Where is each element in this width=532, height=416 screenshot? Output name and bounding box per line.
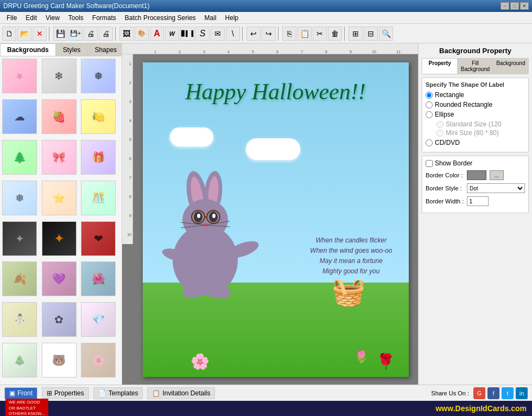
menu-help[interactable]: Help [221,13,243,23]
toolbar-signature[interactable]: S [195,27,210,41]
toolbar-shape[interactable]: ✉ [211,27,225,41]
toolbar-print[interactable]: 🖨 [99,27,113,41]
radio-cddvd-input[interactable] [426,139,433,146]
toolbar-save[interactable]: 💾 [53,27,67,41]
border-color-picker[interactable]: ... [490,170,504,180]
toolbar-text[interactable]: A [150,27,164,41]
bg-thumb-18[interactable]: 🌺 [81,261,116,296]
toolbar-cut[interactable]: ✂ [313,27,327,41]
prop-tab-fill[interactable]: Fill Background [458,59,493,74]
bg-thumb-20[interactable]: ✿ [42,302,77,337]
bg-thumb-2[interactable]: ❄ [42,59,77,93]
bg-thumb-9[interactable]: 🎁 [81,140,116,175]
show-border-checkbox[interactable] [426,160,433,167]
minimize-button[interactable]: – [501,2,509,10]
sub-mini-input[interactable] [436,130,444,137]
bg-thumb-6[interactable]: 🍋 [81,99,116,134]
toolbar-delete[interactable]: 🗑 [328,27,342,41]
close-button[interactable]: ✕ [520,2,529,10]
bg-thumb-1[interactable]: 🌸 [2,59,37,93]
show-border-row[interactable]: Show Border [426,159,525,167]
templates-button[interactable]: 📄 Templates [93,387,143,399]
bg-thumb-19[interactable]: ⛄ [2,302,37,337]
menu-edit[interactable]: Edit [21,13,41,23]
social-twitter[interactable]: t [502,387,514,399]
bg-thumb-7[interactable]: 🌲 [2,140,37,175]
radio-rectangle[interactable]: Rectangle [426,91,525,99]
toolbar-print-preview[interactable]: 🖨 [84,27,98,41]
brand-url[interactable]: www.DesignIdCards.com [435,404,527,413]
tab-backgrounds[interactable]: Backgrounds [0,43,56,56]
prop-tab-property[interactable]: Property [422,59,458,74]
radio-cddvd[interactable]: CD/DVD [426,139,525,146]
menu-formats[interactable]: Formats [88,13,121,23]
border-style-select[interactable]: Dot Solid Dash [467,183,525,193]
sub-mini-label: Mini Size (80 * 80) [446,129,499,137]
greeting-card[interactable]: Happy Halloween!! When the candles flick… [143,62,409,377]
toolbar-redo[interactable]: ↪ [262,27,276,41]
tab-shapes[interactable]: Shapes [87,43,124,56]
radio-rounded-input[interactable] [426,101,433,108]
bg-thumb-22[interactable]: 🎄 [2,343,37,377]
sub-standard[interactable]: Standard Size (120 [436,120,525,128]
menu-batch[interactable]: Batch Processing Series [121,13,200,23]
bg-thumb-24[interactable]: 🌸 [81,343,116,377]
bg-thumb-3[interactable]: ❅ [81,59,116,93]
radio-ellipse[interactable]: Ellipse [426,111,525,118]
toolbar-image[interactable]: 🖼 [119,27,134,41]
ruler-mark: 10 [353,50,377,54]
bg-thumb-8[interactable]: 🎀 [42,140,77,175]
bg-thumb-14[interactable]: ✦ [42,221,77,256]
tab-styles[interactable]: Styles [56,43,88,56]
bg-thumb-4[interactable]: ☁ [2,99,37,134]
social-facebook[interactable]: f [487,387,499,399]
front-button[interactable]: ▣ Front [4,387,37,399]
poem-line-1: When the candles flicker [310,235,392,246]
menu-mail[interactable]: Mail [200,13,221,23]
toolbar-close[interactable]: ✕ [33,27,47,41]
maximize-button[interactable]: □ [510,2,519,10]
invitation-button[interactable]: 📋 Invitation Details [147,387,215,399]
social-linkedin[interactable]: in [516,387,528,399]
bg-thumb-13[interactable]: ✦ [2,221,37,256]
radio-rectangle-input[interactable] [426,92,433,99]
sub-mini[interactable]: Mini Size (80 * 80) [436,129,525,137]
toolbar-open[interactable]: 📂 [17,27,31,41]
toolbar-color[interactable]: 🎨 [135,27,149,41]
app-title: DRPU Greeting Card Maker Software(Docume… [3,2,149,10]
cloud-2 [246,138,300,160]
bg-thumb-21[interactable]: 💎 [81,302,116,337]
bg-thumb-11[interactable]: ⭐ [42,181,77,215]
bg-thumb-12[interactable]: 🎊 [81,181,116,215]
toolbar-undo[interactable]: ↩ [246,27,261,41]
menu-file[interactable]: File [2,13,21,23]
toolbar-paste[interactable]: 📋 [297,27,312,41]
properties-button[interactable]: ⊞ Properties [42,387,89,399]
bg-thumb-15[interactable]: ❤ [81,221,116,256]
prop-tab-background[interactable]: Background [493,59,528,74]
toolbar-copy[interactable]: ⎘ [282,27,296,41]
toolbar-save-as[interactable]: 💾+ [68,27,83,41]
toolbar-table2[interactable]: ⊟ [364,27,378,41]
toolbar-table[interactable]: ⊞ [349,27,363,41]
sub-standard-input[interactable] [436,121,444,128]
toolbar-new[interactable]: 🗋 [2,27,16,41]
radio-rounded[interactable]: Rounded Rectangle [426,101,525,108]
toolbar-line[interactable]: \ [226,27,240,41]
bg-thumb-23[interactable]: 🐻 [42,343,77,377]
bg-thumb-10[interactable]: ❅ [2,181,37,215]
menu-tools[interactable]: Tools [64,13,88,23]
toolbar-zoom-in[interactable]: 🔍 [379,27,393,41]
titlebar-controls[interactable]: – □ ✕ [501,2,529,10]
bg-thumb-16[interactable]: 🍂 [2,261,37,296]
toolbar-wordart[interactable]: W [165,27,179,41]
radio-ellipse-input[interactable] [426,111,433,118]
border-width-input[interactable] [467,196,489,206]
toolbar-barcode[interactable]: ▊▌▐ [180,27,194,41]
border-color-box[interactable] [467,170,486,180]
bg-thumb-17[interactable]: 💜 [42,261,77,296]
menu-view[interactable]: View [41,13,64,23]
bg-thumb-5[interactable]: 🍓 [42,99,77,134]
right-panel-title: Background Property [422,47,529,55]
social-google[interactable]: G [473,387,485,399]
